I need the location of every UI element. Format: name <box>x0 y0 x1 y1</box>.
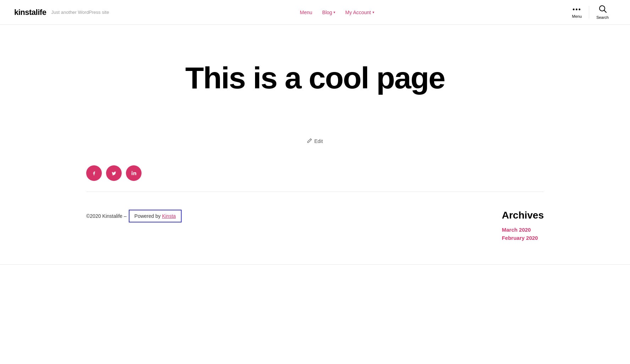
twitter-icon[interactable] <box>106 165 122 181</box>
edit-label: Edit <box>314 138 323 144</box>
main-nav: Menu Blog ▾ My Account ▾ <box>300 10 374 15</box>
myaccount-chevron-icon: ▾ <box>372 10 374 14</box>
archive-link-march[interactable]: March 2020 <box>502 227 544 233</box>
svg-point-0 <box>599 6 605 11</box>
nav-item-menu[interactable]: Menu <box>300 10 312 15</box>
social-icons-section <box>86 165 544 181</box>
svg-rect-2 <box>132 172 133 175</box>
dots-menu-button[interactable]: ••• Menu <box>565 6 590 18</box>
blog-chevron-icon: ▾ <box>333 10 335 14</box>
powered-by-box: Powered by Kinsta <box>129 210 182 222</box>
archives-title: Archives <box>502 210 544 221</box>
footer-divider <box>86 192 544 192</box>
footer-left: ©2020 Kinstalife – Powered by Kinsta <box>86 210 182 222</box>
nav-item-blog[interactable]: Blog ▾ <box>322 10 335 15</box>
site-tagline: Just another WordPress site <box>51 10 109 15</box>
powered-prefix: Powered by <box>134 213 161 219</box>
bottom-divider <box>0 264 630 265</box>
header-right: ••• Menu Search <box>565 5 616 20</box>
nav-blog-label: Blog <box>322 10 332 15</box>
search-label: Search <box>596 15 609 20</box>
svg-point-3 <box>132 171 133 172</box>
edit-button[interactable]: Edit <box>307 138 323 144</box>
archive-link-february[interactable]: February 2020 <box>502 235 544 241</box>
page-footer: ©2020 Kinstalife – Powered by Kinsta Arc… <box>86 203 544 264</box>
linkedin-icon[interactable] <box>126 165 142 181</box>
header-left: kinstalife Just another WordPress site <box>14 8 109 17</box>
site-title[interactable]: kinstalife <box>14 8 46 17</box>
search-icon <box>599 5 607 15</box>
copyright-text: ©2020 Kinstalife – <box>86 213 127 219</box>
dots-menu-label: Menu <box>572 14 582 18</box>
facebook-icon[interactable] <box>86 165 102 181</box>
site-header: kinstalife Just another WordPress site M… <box>0 0 630 25</box>
nav-myaccount-label: My Account <box>345 10 371 15</box>
kinsta-link[interactable]: Kinsta <box>162 213 176 219</box>
svg-line-1 <box>604 11 606 13</box>
main-content: This is a cool page Edit <box>0 25 630 265</box>
search-button[interactable]: Search <box>589 5 616 20</box>
page-title: This is a cool page <box>185 60 444 95</box>
edit-icon <box>307 138 312 144</box>
dots-icon: ••• <box>573 6 581 13</box>
nav-menu-label: Menu <box>300 10 312 15</box>
nav-item-myaccount[interactable]: My Account ▾ <box>345 10 374 15</box>
footer-right: Archives March 2020 February 2020 <box>502 210 544 243</box>
